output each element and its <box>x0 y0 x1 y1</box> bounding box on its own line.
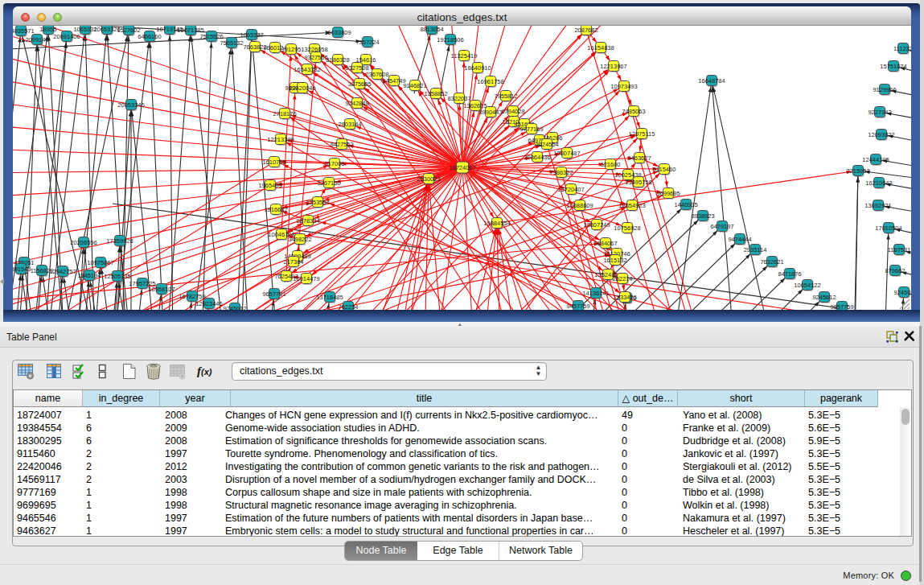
svg-text:7955812: 7955812 <box>494 93 517 100</box>
svg-text:7565132: 7565132 <box>220 39 243 47</box>
svg-text:16782759: 16782759 <box>179 293 205 300</box>
svg-text:7632621: 7632621 <box>760 258 783 266</box>
svg-text:2087682: 2087682 <box>574 27 598 34</box>
svg-text:1965495: 1965495 <box>258 182 281 189</box>
svg-text:217364: 217364 <box>283 258 303 266</box>
svg-text:14136141: 14136141 <box>582 290 609 297</box>
svg-text:9463627: 9463627 <box>627 154 651 162</box>
svg-text:8990443: 8990443 <box>478 109 502 116</box>
svg-text:10975867: 10975867 <box>87 259 113 266</box>
svg-text:12942757: 12942757 <box>49 268 76 275</box>
svg-text:16961758: 16961758 <box>477 78 503 85</box>
svg-text:8454749: 8454749 <box>382 77 405 84</box>
svg-text:9129966: 9129966 <box>873 86 896 93</box>
svg-text:9146821: 9146821 <box>403 82 426 89</box>
svg-text:1916682: 1916682 <box>264 206 287 213</box>
svg-text:12093822: 12093822 <box>868 131 894 138</box>
svg-text:879662: 879662 <box>885 267 905 274</box>
svg-text:18724007: 18724007 <box>449 164 475 171</box>
svg-text:10807487: 10807487 <box>553 150 580 157</box>
svg-text:12213389: 12213389 <box>267 136 294 143</box>
svg-text:1610755: 1610755 <box>262 159 285 166</box>
svg-text:14035571: 14035571 <box>13 27 35 35</box>
svg-text:3215953: 3215953 <box>846 167 869 175</box>
svg-text:20053346: 20053346 <box>117 101 144 109</box>
svg-text:10756928: 10756928 <box>614 225 640 232</box>
svg-text:1167531: 1167531 <box>888 246 911 253</box>
svg-text:2099140: 2099140 <box>25 36 48 43</box>
svg-text:16210643: 16210643 <box>865 179 892 187</box>
svg-text:924502: 924502 <box>893 289 911 296</box>
svg-text:22420046: 22420046 <box>289 84 315 92</box>
svg-text:762254: 762254 <box>338 303 358 310</box>
svg-text:17359928: 17359928 <box>106 237 133 245</box>
svg-text:8186328: 8186328 <box>326 56 349 64</box>
svg-text:9227342: 9227342 <box>868 109 891 116</box>
svg-text:8471876: 8471876 <box>778 270 801 278</box>
svg-text:8878334: 8878334 <box>296 217 319 225</box>
svg-text:1145194: 1145194 <box>78 272 101 279</box>
svg-text:20206556: 20206556 <box>70 239 97 246</box>
svg-text:12213967: 12213967 <box>600 63 626 70</box>
svg-text:1527602: 1527602 <box>117 27 140 34</box>
svg-text:917006: 917006 <box>324 160 344 167</box>
svg-text:2803144: 2803144 <box>338 121 361 128</box>
svg-text:6479197: 6479197 <box>710 223 733 230</box>
svg-text:9115460: 9115460 <box>653 166 676 173</box>
svg-text:10958107: 10958107 <box>148 286 175 293</box>
svg-text:1065337: 1065337 <box>240 31 263 39</box>
svg-text:111232: 111232 <box>893 45 911 52</box>
svg-text:9242848: 9242848 <box>345 100 368 107</box>
svg-text:15751074: 15751074 <box>880 63 906 70</box>
svg-text:7357224: 7357224 <box>355 39 379 46</box>
svg-text:1733426: 1733426 <box>613 294 636 301</box>
svg-text:18955: 18955 <box>40 26 57 33</box>
svg-text:17010504: 17010504 <box>875 225 901 232</box>
svg-text:10973493: 10973493 <box>610 83 637 90</box>
svg-text:9684067: 9684067 <box>593 240 617 247</box>
svg-text:16033809: 16033809 <box>324 29 351 36</box>
svg-text:1440935: 1440935 <box>674 201 697 208</box>
svg-text:16914479: 16914479 <box>293 275 319 282</box>
svg-text:12505135: 12505135 <box>104 273 130 280</box>
svg-text:621600: 621600 <box>600 161 620 168</box>
svg-text:16543382: 16543382 <box>294 66 320 73</box>
svg-text:13654923: 13654923 <box>618 202 645 209</box>
svg-text:10654122: 10654122 <box>794 282 820 289</box>
svg-text:2718176: 2718176 <box>273 110 296 117</box>
svg-text:13692921: 13692921 <box>864 202 891 209</box>
svg-text:391295: 391295 <box>281 46 301 53</box>
svg-text:3267130: 3267130 <box>317 179 340 187</box>
svg-text:9245612: 9245612 <box>812 294 836 301</box>
svg-text:10688609: 10688609 <box>566 202 593 209</box>
svg-text:3498222: 3498222 <box>288 236 311 243</box>
svg-text:20364436: 20364436 <box>524 154 550 161</box>
svg-text:9857759: 9857759 <box>830 303 853 310</box>
svg-text:13495758: 13495758 <box>625 179 651 186</box>
svg-text:6466160: 6466160 <box>138 33 161 40</box>
svg-text:16154838: 16154838 <box>587 44 614 51</box>
svg-text:9777169: 9777169 <box>519 126 543 133</box>
svg-text:391543: 391543 <box>13 266 31 273</box>
svg-text:252214: 252214 <box>612 275 632 282</box>
svg-text:1353594: 1353594 <box>306 199 329 206</box>
svg-text:9657791: 9657791 <box>262 290 285 298</box>
svg-text:12975115: 12975115 <box>629 130 655 138</box>
svg-text:7485063: 7485063 <box>622 108 645 115</box>
svg-text:8938923: 8938923 <box>691 212 714 220</box>
svg-text:11325419: 11325419 <box>451 52 478 60</box>
svg-text:9457759: 9457759 <box>566 303 589 310</box>
svg-text:3624554: 3624554 <box>535 141 558 148</box>
svg-text:13716485: 13716485 <box>316 294 343 301</box>
svg-text:12444195: 12444195 <box>862 156 889 163</box>
svg-text:2530023: 2530023 <box>417 175 440 183</box>
svg-text:8813054: 8813054 <box>420 26 443 33</box>
svg-text:18640910: 18640910 <box>464 64 491 72</box>
svg-text:8322037: 8322037 <box>447 95 470 102</box>
svg-text:3875685: 3875685 <box>347 80 371 88</box>
svg-text:12923446: 12923446 <box>195 300 222 307</box>
svg-text:7986322: 7986322 <box>549 169 573 176</box>
svg-text:15720407: 15720407 <box>557 186 584 193</box>
svg-text:1615132: 1615132 <box>603 257 626 264</box>
svg-text:1358852: 1358852 <box>424 90 447 97</box>
